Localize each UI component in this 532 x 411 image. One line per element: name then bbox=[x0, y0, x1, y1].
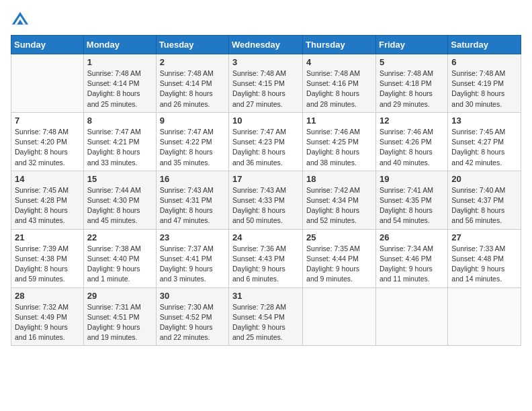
day-number: 2 bbox=[160, 57, 225, 67]
day-info: Sunrise: 7:41 AMSunset: 4:35 PMDaylight:… bbox=[380, 185, 444, 226]
calendar-cell: 11Sunrise: 7:46 AMSunset: 4:25 PMDayligh… bbox=[303, 112, 376, 171]
logo bbox=[11, 11, 32, 30]
day-number: 22 bbox=[87, 232, 152, 242]
day-number: 8 bbox=[87, 116, 152, 126]
calendar-cell: 17Sunrise: 7:43 AMSunset: 4:33 PMDayligh… bbox=[229, 171, 303, 229]
day-info: Sunrise: 7:35 AMSunset: 4:44 PMDaylight:… bbox=[306, 244, 372, 285]
calendar-cell: 19Sunrise: 7:41 AMSunset: 4:35 PMDayligh… bbox=[375, 171, 447, 229]
day-info: Sunrise: 7:43 AMSunset: 4:31 PMDaylight:… bbox=[160, 185, 225, 226]
calendar-cell: 15Sunrise: 7:44 AMSunset: 4:30 PMDayligh… bbox=[83, 171, 156, 229]
day-info: Sunrise: 7:40 AMSunset: 4:37 PMDaylight:… bbox=[451, 185, 517, 226]
day-info: Sunrise: 7:34 AMSunset: 4:46 PMDaylight:… bbox=[380, 244, 444, 285]
calendar-cell: 27Sunrise: 7:33 AMSunset: 4:48 PMDayligh… bbox=[448, 229, 521, 287]
day-info: Sunrise: 7:45 AMSunset: 4:27 PMDaylight:… bbox=[451, 127, 517, 168]
calendar-cell: 23Sunrise: 7:37 AMSunset: 4:41 PMDayligh… bbox=[156, 229, 228, 287]
day-number: 27 bbox=[451, 232, 517, 242]
day-number: 26 bbox=[380, 232, 444, 242]
weekday-header: Tuesday bbox=[156, 36, 228, 54]
calendar-cell: 8Sunrise: 7:47 AMSunset: 4:21 PMDaylight… bbox=[83, 112, 156, 171]
weekday-header: Wednesday bbox=[229, 36, 303, 54]
day-info: Sunrise: 7:44 AMSunset: 4:30 PMDaylight:… bbox=[87, 185, 152, 226]
calendar-cell: 26Sunrise: 7:34 AMSunset: 4:46 PMDayligh… bbox=[375, 229, 447, 287]
header bbox=[11, 11, 521, 30]
weekday-header: Sunday bbox=[11, 36, 84, 54]
day-info: Sunrise: 7:47 AMSunset: 4:21 PMDaylight:… bbox=[87, 127, 152, 168]
day-info: Sunrise: 7:45 AMSunset: 4:28 PMDaylight:… bbox=[15, 185, 80, 226]
calendar-week-row: 28Sunrise: 7:32 AMSunset: 4:49 PMDayligh… bbox=[11, 287, 521, 346]
day-number: 23 bbox=[160, 232, 225, 242]
calendar-body: 1Sunrise: 7:48 AMSunset: 4:14 PMDaylight… bbox=[11, 54, 521, 346]
day-info: Sunrise: 7:48 AMSunset: 4:16 PMDaylight:… bbox=[306, 68, 372, 109]
calendar-week-row: 14Sunrise: 7:45 AMSunset: 4:28 PMDayligh… bbox=[11, 171, 521, 229]
day-number: 18 bbox=[306, 174, 372, 184]
calendar-cell bbox=[448, 287, 521, 346]
day-info: Sunrise: 7:48 AMSunset: 4:14 PMDaylight:… bbox=[87, 68, 152, 109]
day-info: Sunrise: 7:48 AMSunset: 4:20 PMDaylight:… bbox=[15, 127, 80, 168]
calendar-cell: 28Sunrise: 7:32 AMSunset: 4:49 PMDayligh… bbox=[11, 287, 84, 346]
day-number: 3 bbox=[232, 57, 299, 67]
logo-icon bbox=[11, 11, 30, 30]
weekday-header: Monday bbox=[83, 36, 156, 54]
calendar-cell: 29Sunrise: 7:31 AMSunset: 4:51 PMDayligh… bbox=[83, 287, 156, 346]
day-info: Sunrise: 7:46 AMSunset: 4:25 PMDaylight:… bbox=[306, 127, 372, 168]
day-number: 4 bbox=[306, 57, 372, 67]
day-info: Sunrise: 7:36 AMSunset: 4:43 PMDaylight:… bbox=[232, 244, 299, 285]
day-info: Sunrise: 7:48 AMSunset: 4:14 PMDaylight:… bbox=[160, 68, 225, 109]
calendar-cell: 12Sunrise: 7:46 AMSunset: 4:26 PMDayligh… bbox=[375, 112, 447, 171]
calendar-cell bbox=[375, 287, 447, 346]
weekday-header: Friday bbox=[375, 36, 447, 54]
calendar-cell: 30Sunrise: 7:30 AMSunset: 4:52 PMDayligh… bbox=[156, 287, 228, 346]
day-number: 14 bbox=[15, 174, 80, 184]
day-number: 11 bbox=[306, 116, 372, 126]
day-number: 19 bbox=[380, 174, 444, 184]
calendar-cell: 20Sunrise: 7:40 AMSunset: 4:37 PMDayligh… bbox=[448, 171, 521, 229]
calendar-cell: 14Sunrise: 7:45 AMSunset: 4:28 PMDayligh… bbox=[11, 171, 84, 229]
calendar-table: SundayMondayTuesdayWednesdayThursdayFrid… bbox=[11, 35, 521, 346]
day-info: Sunrise: 7:43 AMSunset: 4:33 PMDaylight:… bbox=[232, 185, 299, 226]
day-info: Sunrise: 7:33 AMSunset: 4:48 PMDaylight:… bbox=[451, 244, 517, 285]
day-number: 24 bbox=[232, 232, 299, 242]
day-number: 1 bbox=[87, 57, 152, 67]
day-number: 25 bbox=[306, 232, 372, 242]
day-info: Sunrise: 7:42 AMSunset: 4:34 PMDaylight:… bbox=[306, 185, 372, 226]
day-info: Sunrise: 7:48 AMSunset: 4:19 PMDaylight:… bbox=[451, 68, 517, 109]
day-number: 30 bbox=[160, 291, 225, 301]
day-number: 12 bbox=[380, 116, 444, 126]
day-number: 21 bbox=[15, 232, 80, 242]
calendar-cell: 18Sunrise: 7:42 AMSunset: 4:34 PMDayligh… bbox=[303, 171, 376, 229]
calendar-cell: 7Sunrise: 7:48 AMSunset: 4:20 PMDaylight… bbox=[11, 112, 84, 171]
calendar-week-row: 1Sunrise: 7:48 AMSunset: 4:14 PMDaylight… bbox=[11, 54, 521, 113]
day-info: Sunrise: 7:48 AMSunset: 4:18 PMDaylight:… bbox=[380, 68, 444, 109]
weekday-header: Saturday bbox=[448, 36, 521, 54]
day-number: 31 bbox=[232, 291, 299, 301]
day-number: 29 bbox=[87, 291, 152, 301]
day-info: Sunrise: 7:31 AMSunset: 4:51 PMDaylight:… bbox=[87, 302, 152, 343]
calendar-cell: 13Sunrise: 7:45 AMSunset: 4:27 PMDayligh… bbox=[448, 112, 521, 171]
day-info: Sunrise: 7:37 AMSunset: 4:41 PMDaylight:… bbox=[160, 244, 225, 285]
day-info: Sunrise: 7:47 AMSunset: 4:23 PMDaylight:… bbox=[232, 127, 299, 168]
day-info: Sunrise: 7:38 AMSunset: 4:40 PMDaylight:… bbox=[87, 244, 152, 285]
day-info: Sunrise: 7:30 AMSunset: 4:52 PMDaylight:… bbox=[160, 302, 225, 343]
calendar-cell: 25Sunrise: 7:35 AMSunset: 4:44 PMDayligh… bbox=[303, 229, 376, 287]
calendar-cell: 9Sunrise: 7:47 AMSunset: 4:22 PMDaylight… bbox=[156, 112, 228, 171]
day-number: 7 bbox=[15, 116, 80, 126]
calendar-cell: 22Sunrise: 7:38 AMSunset: 4:40 PMDayligh… bbox=[83, 229, 156, 287]
day-info: Sunrise: 7:28 AMSunset: 4:54 PMDaylight:… bbox=[232, 302, 299, 343]
day-number: 13 bbox=[451, 116, 517, 126]
header-row: SundayMondayTuesdayWednesdayThursdayFrid… bbox=[11, 36, 521, 54]
day-number: 16 bbox=[160, 174, 225, 184]
day-number: 5 bbox=[380, 57, 444, 67]
day-info: Sunrise: 7:39 AMSunset: 4:38 PMDaylight:… bbox=[15, 244, 80, 285]
calendar-cell: 6Sunrise: 7:48 AMSunset: 4:19 PMDaylight… bbox=[448, 54, 521, 113]
calendar-cell: 4Sunrise: 7:48 AMSunset: 4:16 PMDaylight… bbox=[303, 54, 376, 113]
calendar-cell: 3Sunrise: 7:48 AMSunset: 4:15 PMDaylight… bbox=[229, 54, 303, 113]
day-number: 17 bbox=[232, 174, 299, 184]
calendar-week-row: 21Sunrise: 7:39 AMSunset: 4:38 PMDayligh… bbox=[11, 229, 521, 287]
day-info: Sunrise: 7:47 AMSunset: 4:22 PMDaylight:… bbox=[160, 127, 225, 168]
day-number: 20 bbox=[451, 174, 517, 184]
calendar-cell: 10Sunrise: 7:47 AMSunset: 4:23 PMDayligh… bbox=[229, 112, 303, 171]
calendar-cell: 24Sunrise: 7:36 AMSunset: 4:43 PMDayligh… bbox=[229, 229, 303, 287]
calendar-cell: 21Sunrise: 7:39 AMSunset: 4:38 PMDayligh… bbox=[11, 229, 84, 287]
day-info: Sunrise: 7:46 AMSunset: 4:26 PMDaylight:… bbox=[380, 127, 444, 168]
day-info: Sunrise: 7:32 AMSunset: 4:49 PMDaylight:… bbox=[15, 302, 80, 343]
